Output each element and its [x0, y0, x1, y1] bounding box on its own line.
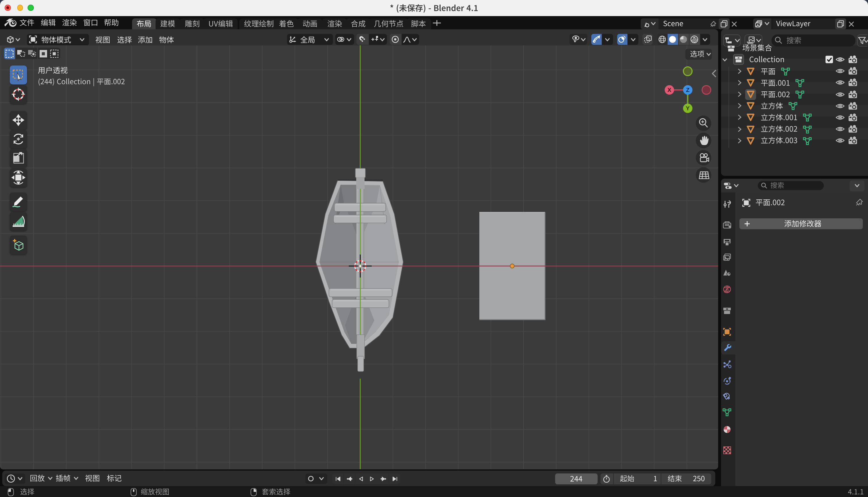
svg-text:Y: Y: [686, 105, 690, 112]
svg-text:Z: Z: [686, 87, 690, 93]
svg-text:X: X: [667, 87, 672, 93]
